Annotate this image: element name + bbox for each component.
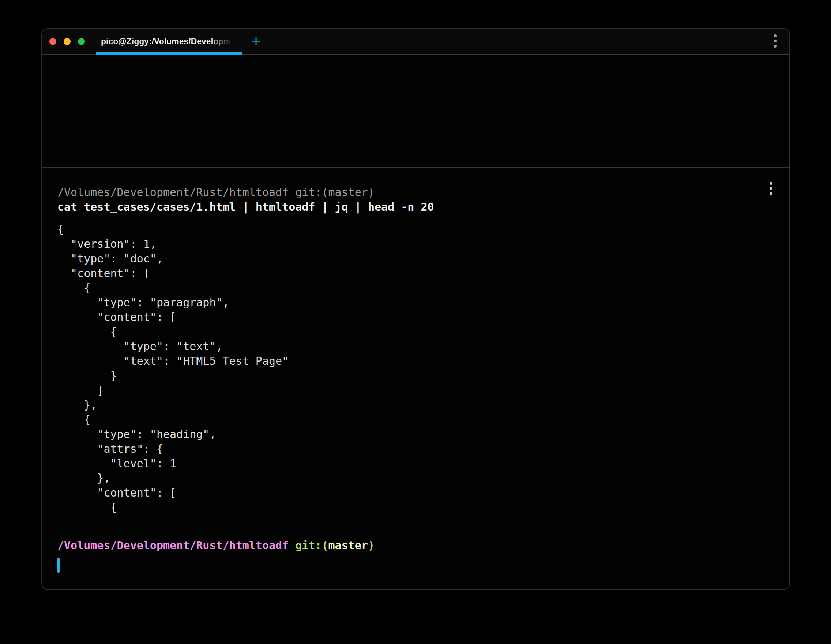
json-output: { "version": 1, "type": "doc", "content"… — [57, 222, 789, 515]
command-line: cat test_cases/cases/1.html | htmltoadf … — [57, 200, 789, 214]
prompt-path: /Volumes/Development/Rust/htmltoadf — [57, 539, 288, 552]
tab-title: pico@Ziggy:/Volumes/Developm — [101, 29, 237, 54]
zoom-button[interactable] — [78, 38, 85, 45]
tab-active[interactable]: pico@Ziggy:/Volumes/Developm — [96, 29, 242, 54]
window-menu-icon[interactable] — [773, 33, 777, 49]
active-tab-indicator — [96, 52, 242, 55]
terminal-input-block[interactable]: /Volumes/Development/Rust/htmltoadf git:… — [42, 529, 789, 590]
shell-prompt: /Volumes/Development/Rust/htmltoadf git:… — [57, 538, 789, 553]
tab-bar: pico@Ziggy:/Volumes/Developm + — [42, 29, 789, 55]
git-prefix: git:( — [288, 539, 328, 552]
close-button[interactable] — [49, 38, 56, 45]
block-menu-icon[interactable] — [769, 181, 773, 196]
terminal-window: pico@Ziggy:/Volumes/Developm + /Volumes/… — [41, 28, 790, 590]
terminal-cursor — [57, 558, 60, 573]
git-branch: master — [328, 539, 368, 552]
previous-prompt-line: /Volumes/Development/Rust/htmltoadf git:… — [57, 185, 789, 200]
command-output-block: /Volumes/Development/Rust/htmltoadf git:… — [42, 167, 789, 529]
git-suffix: ) — [368, 539, 374, 552]
minimize-button[interactable] — [64, 38, 71, 45]
window-controls — [49, 29, 85, 54]
new-tab-button[interactable]: + — [245, 29, 267, 54]
